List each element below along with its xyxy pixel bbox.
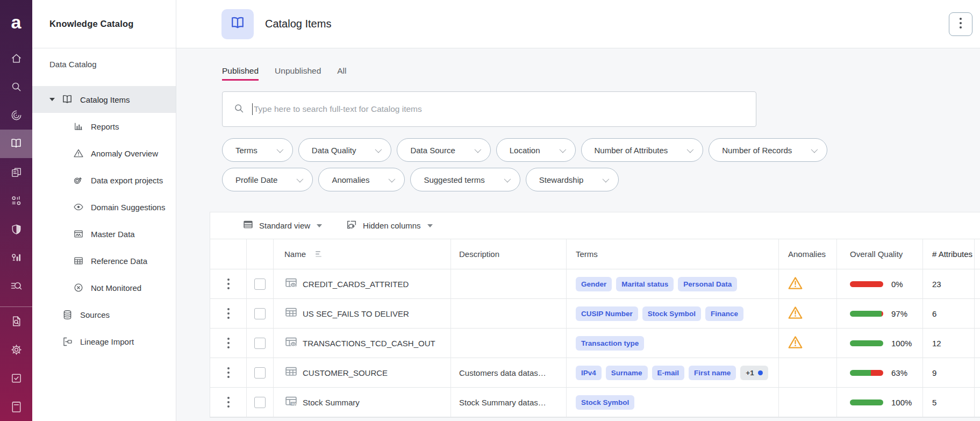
sidebar-item-reference-data[interactable]: Reference Data [32, 247, 176, 274]
app-title: Knowledge Catalog [49, 19, 134, 29]
quality-bar [850, 370, 883, 376]
attribute-count: 6 [923, 299, 975, 329]
home-icon[interactable] [0, 44, 32, 73]
table-row: TRANSACTIONS_TCD_CASH_OUT Transaction ty… [210, 329, 980, 358]
column-header-description: Description [451, 239, 567, 269]
sidebar-item-data-export-projects[interactable]: Data export projects [32, 167, 176, 194]
sort-icon[interactable] [316, 251, 321, 258]
term-chip[interactable]: E-mail [652, 366, 685, 380]
table-row: CREDIT_CARDS_ATTRITED Gender Marital sta… [210, 269, 980, 299]
table-row: SQL Stock Summary Stock Summary datas… S… [210, 388, 980, 417]
filter-number-of-attributes[interactable]: Number of Attributes [581, 138, 704, 162]
column-header-anomalies: Anomalies [779, 239, 837, 269]
item-name-link[interactable]: TRANSACTIONS_TCD_CASH_OUT [303, 339, 435, 348]
filter-stewardship[interactable]: Stewardship [526, 168, 619, 191]
item-description [451, 299, 567, 329]
item-name-link[interactable]: US SEC_FAILS TO DELIVER [303, 309, 409, 318]
row-checkbox[interactable] [254, 338, 266, 349]
filter-profile-date[interactable]: Profile Date [222, 168, 313, 191]
row-menu-button[interactable] [224, 275, 233, 292]
search-icon [233, 103, 245, 116]
sidebar-item-master-data[interactable]: Master Data [32, 220, 176, 247]
catalog-book-icon[interactable] [0, 130, 32, 158]
row-checkbox[interactable] [254, 279, 266, 290]
term-chip[interactable]: Marital status [616, 277, 674, 291]
term-chip[interactable]: IPv4 [576, 366, 602, 380]
item-name-link[interactable]: Stock Summary [303, 398, 360, 407]
filter-data-quality[interactable]: Data Quality [298, 138, 392, 162]
row-menu-button[interactable] [224, 334, 233, 352]
sidebar-item-lineage-import[interactable]: Lineage Import [32, 328, 176, 355]
tab-all[interactable]: All [337, 66, 346, 81]
settings-gear-icon[interactable] [0, 336, 32, 364]
term-chip[interactable]: CUSIP Number [576, 306, 638, 321]
table-toolbar: Standard view Hidden columns [210, 212, 980, 239]
chevron-down-icon [389, 175, 396, 182]
sidebar-item-domain-suggestions[interactable]: Domain Suggestions [32, 194, 176, 220]
sidebar-item-anomaly-overview[interactable]: Anomaly Overview [32, 140, 176, 167]
filter-number-of-records[interactable]: Number of Records [709, 138, 827, 162]
documents-icon[interactable] [0, 158, 32, 187]
term-chip[interactable]: Transaction type [576, 336, 644, 351]
row-menu-button[interactable] [224, 305, 233, 322]
row-menu-button[interactable] [224, 364, 233, 381]
table-eye-icon [284, 336, 298, 351]
row-checkbox[interactable] [254, 397, 266, 408]
term-chip[interactable]: Personal Data [678, 277, 737, 291]
filter-data-source[interactable]: Data Source [397, 138, 490, 162]
row-checkbox[interactable] [254, 367, 266, 379]
reports-icon[interactable] [0, 187, 32, 215]
filter-suggested-terms[interactable]: Suggested terms [410, 168, 520, 191]
insights-icon[interactable] [0, 244, 32, 272]
filter-terms[interactable]: Terms [222, 138, 293, 162]
sidebar: Knowledge Catalog Data Catalog Catalog I… [32, 0, 176, 421]
sidebar-item-not-monitored[interactable]: Not Monitored [32, 274, 176, 301]
view-selector[interactable]: Standard view [242, 219, 322, 232]
sidebar-item-reports[interactable]: Reports [32, 113, 176, 140]
term-chip[interactable]: Gender [576, 277, 612, 291]
search-input[interactable] [254, 104, 745, 114]
bar-chart-icon [73, 121, 84, 132]
item-name-link[interactable]: CREDIT_CARDS_ATTRITED [303, 280, 409, 289]
search-box[interactable] [222, 91, 756, 127]
table-grid-icon [73, 255, 84, 266]
shield-icon[interactable] [0, 215, 32, 244]
tab-published[interactable]: Published [222, 66, 259, 81]
page-menu-button[interactable] [949, 12, 972, 36]
item-description [451, 329, 567, 358]
term-chip[interactable]: Finance [705, 306, 743, 321]
column-header-name[interactable]: Name [274, 239, 451, 269]
chevron-down-icon [474, 146, 481, 153]
document-search-icon[interactable] [0, 307, 32, 336]
term-chip[interactable]: First name [689, 366, 736, 380]
tab-unpublished[interactable]: Unpublished [275, 66, 321, 81]
attribute-count: 12 [923, 329, 975, 358]
sidebar-item-sources[interactable]: Sources [32, 301, 176, 328]
row-checkbox[interactable] [254, 308, 266, 319]
brand-logo[interactable]: a [0, 0, 32, 44]
chevron-down-icon[interactable] [49, 98, 55, 101]
tasks-check-icon[interactable] [0, 364, 32, 393]
quality-percent: 97% [891, 309, 907, 318]
data-discovery-icon[interactable] [0, 272, 32, 301]
row-menu-button[interactable] [224, 394, 233, 411]
term-chip[interactable]: Surname [606, 366, 648, 380]
hidden-columns-selector[interactable]: Hidden columns [346, 219, 433, 233]
filter-location[interactable]: Location [496, 138, 576, 162]
quality-bar [850, 281, 883, 287]
term-chip[interactable]: Stock Symbol [642, 306, 701, 321]
sidebar-item-label: Sources [80, 310, 110, 319]
chevron-down-icon [504, 175, 511, 182]
term-chip[interactable]: Stock Symbol [576, 395, 634, 410]
item-name-link[interactable]: CUSTOMER_SOURCE [303, 368, 388, 377]
eye-icon [73, 202, 84, 212]
profiling-target-icon[interactable] [0, 101, 32, 130]
filter-anomalies[interactable]: Anomalies [318, 168, 405, 191]
search-icon[interactable] [0, 73, 32, 101]
item-description: Stock Summary datas… [451, 388, 567, 417]
more-terms-chip[interactable]: +1 [740, 366, 768, 380]
chevron-down-icon [276, 146, 283, 153]
master-data-table-icon [73, 229, 84, 239]
card-icon[interactable] [0, 393, 32, 421]
sidebar-item-catalog-items[interactable]: Catalog Items [32, 86, 176, 113]
